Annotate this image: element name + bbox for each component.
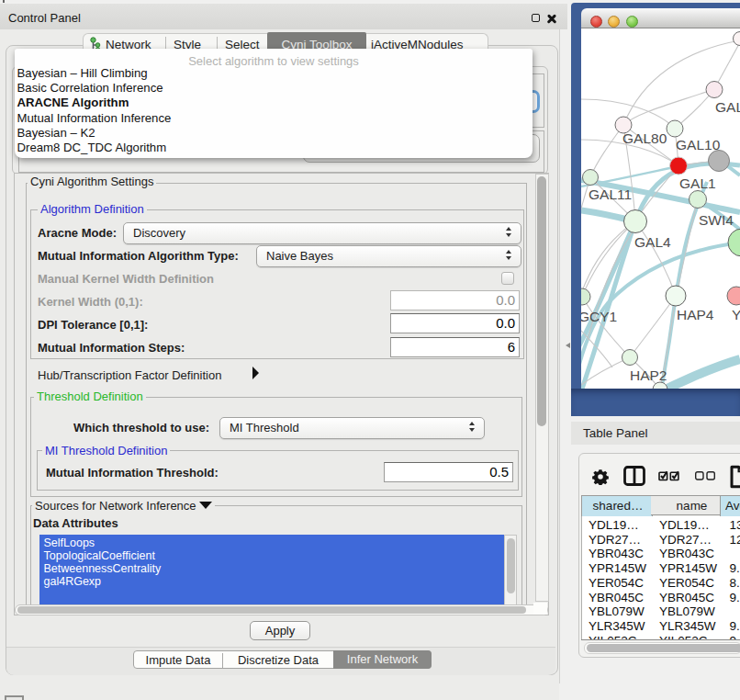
svg-text:Y: Y	[732, 307, 740, 322]
svg-text:GAL11: GAL11	[589, 186, 632, 202]
svg-text:GAL1: GAL1	[679, 175, 716, 191]
svg-text:HAP2: HAP2	[630, 367, 667, 383]
svg-text:GCY1: GCY1	[581, 309, 617, 324]
svg-text:GAL80: GAL80	[622, 130, 667, 146]
svg-text:GAL10: GAL10	[676, 137, 721, 152]
svg-text:GAL4: GAL4	[634, 234, 671, 250]
svg-text:HAP4: HAP4	[677, 307, 714, 322]
svg-text:SWI4: SWI4	[699, 212, 734, 228]
svg-text:GAL2: GAL2	[715, 99, 740, 115]
